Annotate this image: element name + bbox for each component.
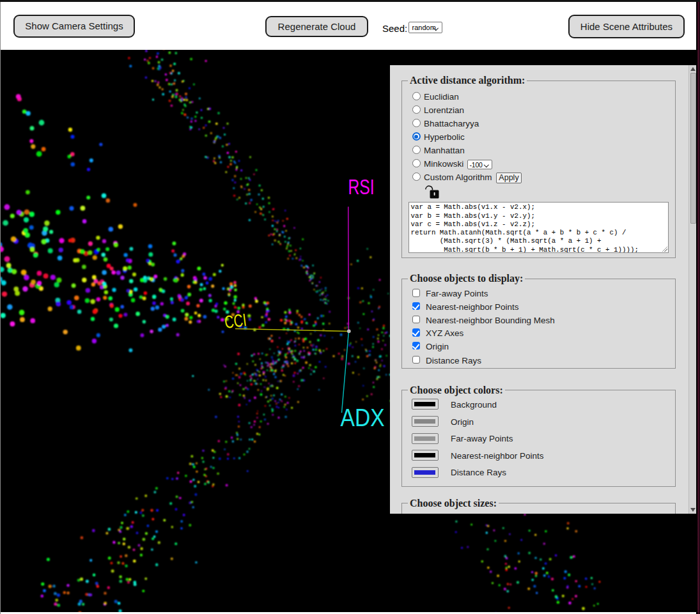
svg-text:ADX: ADX bbox=[341, 403, 385, 431]
svg-text:RSI: RSI bbox=[348, 176, 375, 199]
svg-text:CCI: CCI bbox=[223, 310, 247, 332]
